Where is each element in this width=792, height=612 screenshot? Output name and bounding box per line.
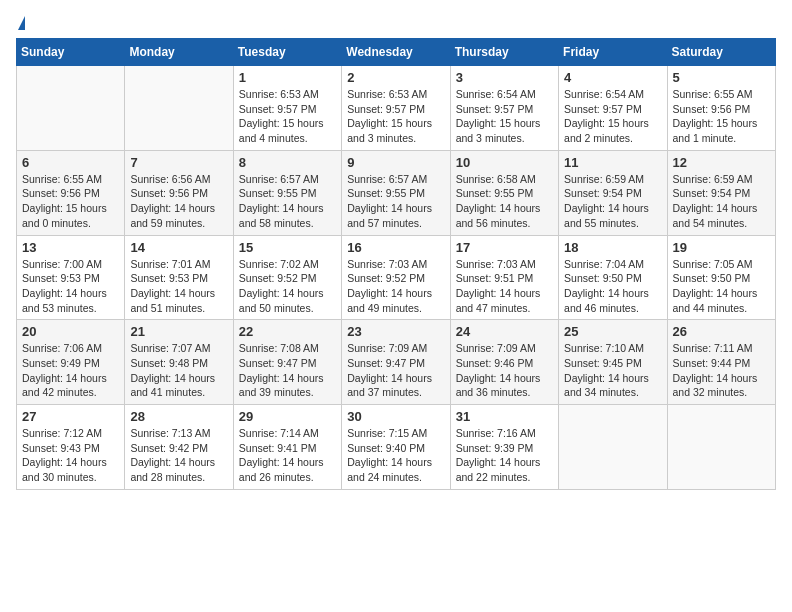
day-detail: Sunrise: 7:16 AMSunset: 9:39 PMDaylight:… [456,426,553,485]
day-detail: Sunrise: 7:09 AMSunset: 9:47 PMDaylight:… [347,341,444,400]
day-number: 21 [130,324,227,339]
day-detail: Sunrise: 6:55 AMSunset: 9:56 PMDaylight:… [22,172,119,231]
day-detail: Sunrise: 7:15 AMSunset: 9:40 PMDaylight:… [347,426,444,485]
day-number: 10 [456,155,553,170]
day-number: 5 [673,70,770,85]
day-detail: Sunrise: 7:11 AMSunset: 9:44 PMDaylight:… [673,341,770,400]
calendar-week-row: 13Sunrise: 7:00 AMSunset: 9:53 PMDayligh… [17,235,776,320]
calendar-day-cell: 24Sunrise: 7:09 AMSunset: 9:46 PMDayligh… [450,320,558,405]
day-detail: Sunrise: 6:54 AMSunset: 9:57 PMDaylight:… [564,87,661,146]
day-number: 2 [347,70,444,85]
logo [16,16,25,30]
day-detail: Sunrise: 6:53 AMSunset: 9:57 PMDaylight:… [347,87,444,146]
calendar-table: SundayMondayTuesdayWednesdayThursdayFrid… [16,38,776,490]
calendar-day-cell: 6Sunrise: 6:55 AMSunset: 9:56 PMDaylight… [17,150,125,235]
day-number: 19 [673,240,770,255]
calendar-day-cell: 9Sunrise: 6:57 AMSunset: 9:55 PMDaylight… [342,150,450,235]
calendar-day-cell: 19Sunrise: 7:05 AMSunset: 9:50 PMDayligh… [667,235,775,320]
day-detail: Sunrise: 6:57 AMSunset: 9:55 PMDaylight:… [239,172,336,231]
day-detail: Sunrise: 7:03 AMSunset: 9:51 PMDaylight:… [456,257,553,316]
day-detail: Sunrise: 7:08 AMSunset: 9:47 PMDaylight:… [239,341,336,400]
day-number: 27 [22,409,119,424]
calendar-day-cell: 25Sunrise: 7:10 AMSunset: 9:45 PMDayligh… [559,320,667,405]
calendar-day-cell: 22Sunrise: 7:08 AMSunset: 9:47 PMDayligh… [233,320,341,405]
calendar-day-cell: 17Sunrise: 7:03 AMSunset: 9:51 PMDayligh… [450,235,558,320]
calendar-header-row: SundayMondayTuesdayWednesdayThursdayFrid… [17,39,776,66]
calendar-day-cell: 26Sunrise: 7:11 AMSunset: 9:44 PMDayligh… [667,320,775,405]
day-number: 22 [239,324,336,339]
calendar-day-cell: 15Sunrise: 7:02 AMSunset: 9:52 PMDayligh… [233,235,341,320]
calendar-day-cell: 11Sunrise: 6:59 AMSunset: 9:54 PMDayligh… [559,150,667,235]
page-header [16,16,776,30]
calendar-day-cell [125,66,233,151]
calendar-week-row: 6Sunrise: 6:55 AMSunset: 9:56 PMDaylight… [17,150,776,235]
day-detail: Sunrise: 6:55 AMSunset: 9:56 PMDaylight:… [673,87,770,146]
calendar-day-cell [667,405,775,490]
calendar-day-cell: 2Sunrise: 6:53 AMSunset: 9:57 PMDaylight… [342,66,450,151]
calendar-day-cell: 10Sunrise: 6:58 AMSunset: 9:55 PMDayligh… [450,150,558,235]
calendar-day-cell: 8Sunrise: 6:57 AMSunset: 9:55 PMDaylight… [233,150,341,235]
day-detail: Sunrise: 7:07 AMSunset: 9:48 PMDaylight:… [130,341,227,400]
day-detail: Sunrise: 7:06 AMSunset: 9:49 PMDaylight:… [22,341,119,400]
calendar-day-cell: 29Sunrise: 7:14 AMSunset: 9:41 PMDayligh… [233,405,341,490]
calendar-day-cell [17,66,125,151]
day-number: 7 [130,155,227,170]
day-number: 14 [130,240,227,255]
calendar-day-cell: 16Sunrise: 7:03 AMSunset: 9:52 PMDayligh… [342,235,450,320]
calendar-week-row: 1Sunrise: 6:53 AMSunset: 9:57 PMDaylight… [17,66,776,151]
day-number: 16 [347,240,444,255]
day-number: 31 [456,409,553,424]
day-detail: Sunrise: 7:01 AMSunset: 9:53 PMDaylight:… [130,257,227,316]
day-number: 24 [456,324,553,339]
day-detail: Sunrise: 7:13 AMSunset: 9:42 PMDaylight:… [130,426,227,485]
day-number: 12 [673,155,770,170]
calendar-week-row: 27Sunrise: 7:12 AMSunset: 9:43 PMDayligh… [17,405,776,490]
weekday-header: Monday [125,39,233,66]
calendar-day-cell: 14Sunrise: 7:01 AMSunset: 9:53 PMDayligh… [125,235,233,320]
day-number: 18 [564,240,661,255]
calendar-day-cell: 28Sunrise: 7:13 AMSunset: 9:42 PMDayligh… [125,405,233,490]
calendar-day-cell: 30Sunrise: 7:15 AMSunset: 9:40 PMDayligh… [342,405,450,490]
weekday-header: Thursday [450,39,558,66]
calendar-day-cell: 20Sunrise: 7:06 AMSunset: 9:49 PMDayligh… [17,320,125,405]
day-detail: Sunrise: 6:59 AMSunset: 9:54 PMDaylight:… [564,172,661,231]
day-detail: Sunrise: 6:57 AMSunset: 9:55 PMDaylight:… [347,172,444,231]
day-detail: Sunrise: 6:58 AMSunset: 9:55 PMDaylight:… [456,172,553,231]
day-detail: Sunrise: 7:14 AMSunset: 9:41 PMDaylight:… [239,426,336,485]
day-number: 20 [22,324,119,339]
day-number: 23 [347,324,444,339]
day-detail: Sunrise: 6:59 AMSunset: 9:54 PMDaylight:… [673,172,770,231]
day-detail: Sunrise: 7:12 AMSunset: 9:43 PMDaylight:… [22,426,119,485]
day-number: 11 [564,155,661,170]
day-detail: Sunrise: 7:09 AMSunset: 9:46 PMDaylight:… [456,341,553,400]
calendar-day-cell: 4Sunrise: 6:54 AMSunset: 9:57 PMDaylight… [559,66,667,151]
calendar-day-cell: 27Sunrise: 7:12 AMSunset: 9:43 PMDayligh… [17,405,125,490]
calendar-day-cell: 1Sunrise: 6:53 AMSunset: 9:57 PMDaylight… [233,66,341,151]
day-detail: Sunrise: 7:10 AMSunset: 9:45 PMDaylight:… [564,341,661,400]
day-number: 4 [564,70,661,85]
day-number: 3 [456,70,553,85]
calendar-day-cell: 23Sunrise: 7:09 AMSunset: 9:47 PMDayligh… [342,320,450,405]
day-number: 26 [673,324,770,339]
calendar-day-cell: 7Sunrise: 6:56 AMSunset: 9:56 PMDaylight… [125,150,233,235]
day-number: 9 [347,155,444,170]
calendar-day-cell: 18Sunrise: 7:04 AMSunset: 9:50 PMDayligh… [559,235,667,320]
calendar-day-cell: 3Sunrise: 6:54 AMSunset: 9:57 PMDaylight… [450,66,558,151]
weekday-header: Sunday [17,39,125,66]
calendar-day-cell: 12Sunrise: 6:59 AMSunset: 9:54 PMDayligh… [667,150,775,235]
weekday-header: Saturday [667,39,775,66]
day-number: 29 [239,409,336,424]
day-number: 25 [564,324,661,339]
day-detail: Sunrise: 6:53 AMSunset: 9:57 PMDaylight:… [239,87,336,146]
day-number: 8 [239,155,336,170]
weekday-header: Wednesday [342,39,450,66]
calendar-day-cell [559,405,667,490]
day-number: 30 [347,409,444,424]
day-number: 15 [239,240,336,255]
day-number: 13 [22,240,119,255]
day-number: 1 [239,70,336,85]
logo-triangle-icon [18,16,25,30]
day-detail: Sunrise: 6:56 AMSunset: 9:56 PMDaylight:… [130,172,227,231]
weekday-header: Friday [559,39,667,66]
day-detail: Sunrise: 7:03 AMSunset: 9:52 PMDaylight:… [347,257,444,316]
